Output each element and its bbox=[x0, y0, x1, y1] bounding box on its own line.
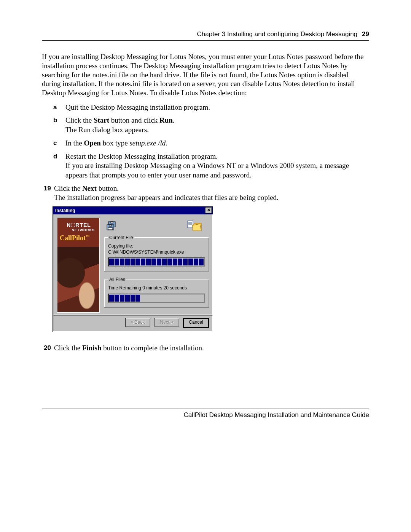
step-19: 19 Click the Next button. The installati… bbox=[40, 184, 369, 203]
step-body: Click the Finish button to complete the … bbox=[54, 343, 369, 353]
close-icon[interactable]: ✕ bbox=[205, 207, 212, 214]
current-file-group: Current File Copying file: C:\WINDOWS\SY… bbox=[104, 235, 209, 272]
substep-marker: a bbox=[53, 103, 65, 112]
lettered-substeps: a Quit the Desktop Messaging installatio… bbox=[53, 103, 369, 180]
installer-dialog: Installing ✕ NRTEL NETWORKS CallPilot™ bbox=[53, 206, 213, 332]
page-header: Chapter 3 Installing and configuring Des… bbox=[42, 30, 369, 38]
disk-copy-icon bbox=[106, 220, 118, 232]
page-number: 29 bbox=[362, 30, 369, 38]
back-button[interactable]: < Back bbox=[125, 318, 150, 327]
installer-title: Installing bbox=[55, 208, 205, 213]
brand-product: CallPilot™ bbox=[60, 234, 89, 242]
substep-marker: d bbox=[53, 152, 65, 180]
substep-body: Click the Start button and click Run. Th… bbox=[65, 116, 369, 134]
substep-d: d Restart the Desktop Messaging installa… bbox=[53, 152, 369, 180]
numbered-steps-cont: 20 Click the Finish button to complete t… bbox=[40, 343, 369, 353]
footer-text: CallPilot Desktop Messaging Installation… bbox=[42, 411, 369, 419]
substep-body: In the Open box type setup.exe /ld. bbox=[65, 139, 369, 148]
step-marker: 20 bbox=[40, 343, 51, 353]
brand-photo bbox=[57, 247, 99, 312]
numbered-steps: 19 Click the Next button. The installati… bbox=[40, 184, 369, 203]
substep-body: Quit the Desktop Messaging installation … bbox=[65, 103, 369, 112]
copying-label: Copying file: bbox=[108, 243, 205, 249]
brand-nortel: NRTEL bbox=[61, 222, 97, 228]
substep-body: Restart the Desktop Messaging installati… bbox=[65, 152, 369, 180]
next-button[interactable]: Next > bbox=[154, 318, 179, 327]
time-remaining: Time Remaining 0 minutes 20 seconds bbox=[108, 285, 205, 291]
chapter-title: Chapter 3 Installing and configuring Des… bbox=[197, 30, 357, 38]
all-files-progress bbox=[108, 294, 205, 303]
svg-rect-3 bbox=[109, 225, 112, 226]
installer-button-row: < Back Next > Cancel bbox=[53, 315, 213, 332]
brand-networks: NETWORKS bbox=[61, 228, 97, 232]
substep-b: b Click the Start button and click Run. … bbox=[53, 116, 369, 134]
document-folder-icon bbox=[187, 220, 202, 232]
all-files-group: All Files Time Remaining 0 minutes 20 se… bbox=[104, 277, 209, 308]
all-files-legend: All Files bbox=[108, 277, 126, 282]
header-rule bbox=[42, 40, 369, 41]
svg-rect-4 bbox=[108, 228, 113, 230]
step-body: Click the Next button. The installation … bbox=[54, 184, 369, 203]
substep-a: a Quit the Desktop Messaging installatio… bbox=[53, 103, 369, 112]
installer-titlebar[interactable]: Installing ✕ bbox=[53, 207, 213, 214]
globe-icon bbox=[71, 223, 75, 227]
substep-marker: b bbox=[53, 116, 65, 134]
current-file-progress bbox=[108, 257, 205, 267]
footer-rule bbox=[42, 409, 369, 409]
substep-marker: c bbox=[53, 139, 65, 148]
intro-paragraph: If you are installing Desktop Messaging … bbox=[42, 52, 369, 97]
current-file-legend: Current File bbox=[108, 235, 134, 240]
svg-rect-5 bbox=[188, 221, 193, 228]
step-marker: 19 bbox=[40, 184, 51, 203]
installer-brand-panel: NRTEL NETWORKS CallPilot™ bbox=[57, 217, 100, 313]
svg-rect-1 bbox=[111, 222, 113, 223]
step-20: 20 Click the Finish button to complete t… bbox=[40, 343, 369, 353]
cancel-button[interactable]: Cancel bbox=[183, 318, 209, 328]
substep-c: c In the Open box type setup.exe /ld. bbox=[53, 139, 369, 148]
copying-path: C:\WINDOWS\SYSTEM\nmquick.exe bbox=[108, 249, 205, 256]
